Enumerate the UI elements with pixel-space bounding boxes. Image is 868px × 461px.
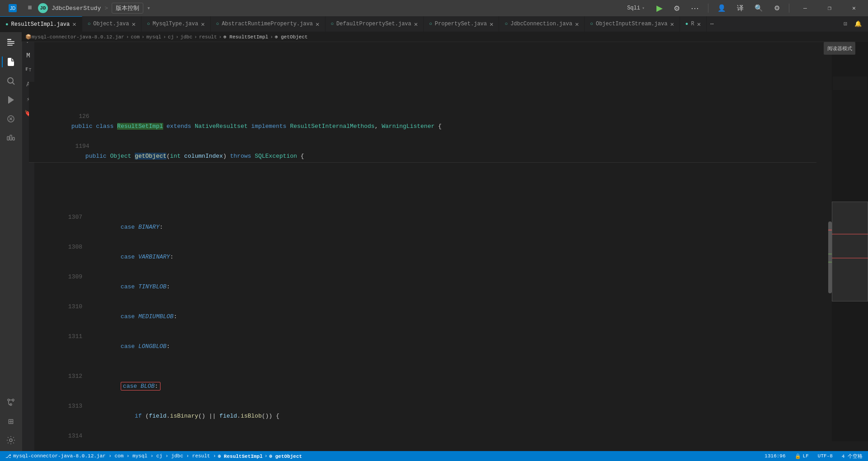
line-1311: 1311 case LONGBLOB: xyxy=(29,322,816,332)
svg-rect-4 xyxy=(7,43,14,44)
tab-close-icon[interactable]: ✕ xyxy=(575,20,579,28)
activity-extensions[interactable]: ⊞ xyxy=(2,412,20,430)
activity-debug[interactable] xyxy=(2,110,20,128)
tab-abstractruntime[interactable]: ○ AbstractRuntimeProperty.java ✕ xyxy=(211,16,326,32)
tab-close-icon[interactable]: ✕ xyxy=(316,20,319,28)
cursor-position: 1316:96 xyxy=(764,453,785,459)
tab-close-icon[interactable]: ✕ xyxy=(670,20,674,28)
tab-close-icon[interactable]: ✕ xyxy=(201,20,204,28)
search-button[interactable]: 🔍 xyxy=(751,2,767,14)
translate-button[interactable]: 译 xyxy=(733,2,747,14)
status-encoding[interactable]: 🔒 LF xyxy=(793,453,811,459)
project-badge: JD xyxy=(38,3,48,13)
breadcrumb: 📦 mysql-connector-java-8.0.12.jar › com … xyxy=(22,32,855,42)
more-button[interactable]: ⋯ xyxy=(687,1,703,15)
tab-mysqltype[interactable]: ○ MysqlType.java ✕ xyxy=(142,16,211,32)
pinned-header: 126 public class ResultSetImpl extends N… xyxy=(29,82,816,163)
minimap[interactable] xyxy=(832,42,868,441)
svg-rect-11 xyxy=(7,136,9,140)
status-indent[interactable]: 4 个空格 xyxy=(840,453,864,460)
tab-r[interactable]: ● R ✕ xyxy=(680,16,707,32)
profile-button[interactable]: 👤 xyxy=(714,2,730,14)
tab-defaultpropertyset[interactable]: ○ DefaultPropertySet.java ✕ xyxy=(326,16,424,32)
tab-resultsetimpl[interactable]: ● ResultSetImpl.java ✕ xyxy=(0,16,82,32)
activity-explorer[interactable] xyxy=(2,34,20,52)
tab-jdbcconnection[interactable]: ○ JdbcConnection.java ✕ xyxy=(499,16,585,32)
minimize-button[interactable]: — xyxy=(795,0,816,16)
activity-settings[interactable] xyxy=(2,431,20,449)
git-branch: mysql-connector-java-8.0.12.jar › com › … xyxy=(13,453,216,459)
status-git[interactable]: ⎇ mysql-connector-java-8.0.12.jar › com … xyxy=(4,453,304,459)
tab-close-icon[interactable]: ✕ xyxy=(72,20,76,28)
version-control[interactable]: 版本控制 xyxy=(112,3,143,14)
scrollbar-marker-3 xyxy=(828,262,832,263)
status-bar: ⎇ mysql-connector-java-8.0.12.jar › com … xyxy=(0,451,868,461)
tab-close-icon[interactable]: ✕ xyxy=(697,20,701,28)
run-button[interactable]: ▶ xyxy=(653,1,666,15)
reader-mode-button[interactable]: 阅读器模式 xyxy=(824,42,855,55)
tab-right-icons: ⊡ 🔔 xyxy=(841,16,868,32)
svg-point-14 xyxy=(8,399,9,401)
tab-objectinputstream[interactable]: ○ ObjectInputStream.java ✕ xyxy=(585,16,679,32)
tab-close-icon[interactable]: ✕ xyxy=(490,20,493,28)
svg-rect-13 xyxy=(13,137,14,140)
encoding-label: 🔒 xyxy=(795,453,801,459)
app-icon: JD xyxy=(4,0,22,17)
tab-label: DefaultPropertySet.java xyxy=(336,21,411,27)
svg-rect-5 xyxy=(7,45,13,46)
tab-label: JdbcConnection.java xyxy=(510,21,572,27)
svg-point-17 xyxy=(9,439,12,442)
tab-propertyset[interactable]: ○ PropertySet.java ✕ xyxy=(424,16,499,32)
main-area: ⊞ 📦 mysql-connector-java-8.0.12.jar › co… xyxy=(0,32,868,451)
status-encoding2[interactable]: UTF-8 xyxy=(816,453,835,459)
svg-rect-3 xyxy=(7,41,14,42)
activity-run[interactable] xyxy=(2,91,20,109)
tab-label: R xyxy=(691,21,694,27)
tab-label: PropertySet.java xyxy=(435,21,487,27)
version-dropdown[interactable]: ▾ xyxy=(147,5,151,12)
tab-close-icon[interactable]: ✕ xyxy=(414,20,418,28)
tab-label: ResultSetImpl.java xyxy=(11,21,70,28)
debug-button[interactable]: ⚙ xyxy=(670,2,684,14)
tab-overflow[interactable]: ⋯ xyxy=(707,16,717,32)
settings-button[interactable]: ⚙ xyxy=(770,2,783,14)
svg-rect-12 xyxy=(10,135,12,140)
scrollbar-thumb[interactable] xyxy=(828,221,832,293)
git-icon: ⎇ xyxy=(5,453,11,459)
line-126: 126 public class ResultSetImpl extends N… xyxy=(29,102,816,112)
svg-point-15 xyxy=(12,399,14,401)
minimap-marker-bp2 xyxy=(832,258,868,259)
activity-tools[interactable] xyxy=(2,129,20,147)
tab-close-icon[interactable]: ✕ xyxy=(132,20,136,28)
svg-line-7 xyxy=(13,83,15,85)
svg-point-6 xyxy=(8,78,13,83)
sqli-label: Sqli xyxy=(627,5,640,11)
status-position[interactable]: 1316:96 xyxy=(763,453,787,459)
svg-rect-2 xyxy=(7,39,11,40)
line-1307: 1307 case BINARY: xyxy=(29,202,816,212)
line-1314: 1314 byte[] data = getBytes(columnIndex)… xyxy=(29,421,816,431)
line-1312: 1312 case BLOB: xyxy=(29,362,816,372)
project-name: JdbcDeserStudy xyxy=(52,5,101,12)
scrollbar[interactable] xyxy=(826,42,832,441)
restore-button[interactable]: ❐ xyxy=(819,0,840,16)
tab-object[interactable]: ○ Object.java ✕ xyxy=(82,16,142,32)
split-editor-icon[interactable]: ⊡ xyxy=(841,19,850,29)
indent-value: 4 个空格 xyxy=(842,453,863,460)
activity-bar: ⊞ xyxy=(0,32,22,451)
activity-git[interactable] xyxy=(2,393,20,411)
close-button[interactable]: ✕ xyxy=(844,0,864,16)
hamburger-icon[interactable]: ≡ xyxy=(25,4,34,13)
svg-text:JD: JD xyxy=(10,6,15,11)
tab-label: MysqlType.java xyxy=(153,21,198,27)
git-method: ⊕ getObject xyxy=(269,453,302,459)
code-container[interactable]: 126 public class ResultSetImpl extends N… xyxy=(22,42,868,441)
notifications-icon[interactable]: 🔔 xyxy=(852,19,864,29)
activity-files[interactable] xyxy=(2,53,20,71)
tab-java-icon: ● xyxy=(5,22,9,27)
line-1309: 1309 case TINYBLOB: xyxy=(29,262,816,272)
code-editor[interactable]: 126 public class ResultSetImpl extends N… xyxy=(22,42,826,441)
sqli-profile[interactable]: Sqli ▾ xyxy=(623,4,649,12)
line-1194: 1194 public Object getObject(int columnI… xyxy=(29,132,816,141)
activity-search[interactable] xyxy=(2,72,20,90)
